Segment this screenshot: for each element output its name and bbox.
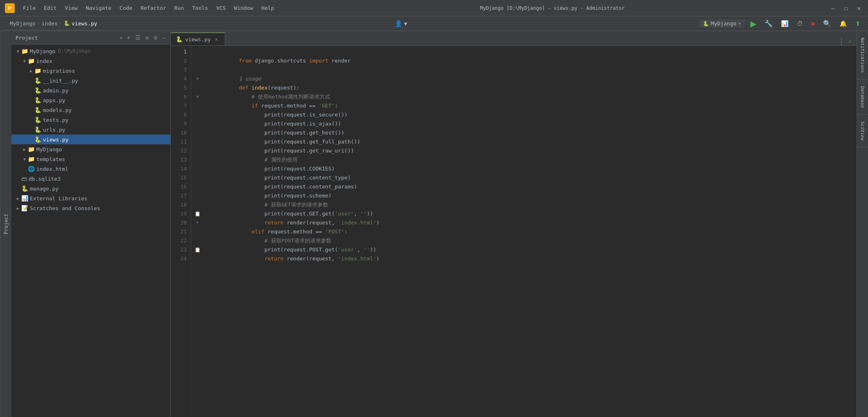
- minimize-button[interactable]: –: [829, 4, 837, 12]
- menu-refactor[interactable]: Refactor: [139, 4, 168, 12]
- right-panels: Notifications Database SciView: [857, 31, 868, 417]
- gutter-16: [191, 182, 204, 191]
- gutter-14: [191, 164, 204, 173]
- tree-item-init[interactable]: 🐍 __init__.py: [11, 76, 170, 85]
- gutter-11: [191, 137, 204, 146]
- html-icon-indexhtml: 🌐: [28, 166, 35, 172]
- sidebar-expand-btn[interactable]: ≡: [145, 34, 150, 42]
- menu-edit[interactable]: Edit: [42, 4, 58, 12]
- sidebar-new-btn[interactable]: +: [126, 34, 131, 42]
- stop-button[interactable]: ■: [809, 19, 817, 28]
- gutter-23: 📋: [191, 245, 204, 254]
- notifications-button[interactable]: 🔔: [837, 19, 850, 28]
- menu-run[interactable]: Run: [173, 4, 186, 12]
- line-num-15: 15: [171, 173, 191, 182]
- menu-vcs[interactable]: VCS: [215, 4, 227, 12]
- project-panel-label[interactable]: Project: [0, 31, 11, 417]
- breadcrumb-views[interactable]: 🐍 views.py: [64, 20, 97, 27]
- arrow-mydjangoroot: ▼: [15, 49, 21, 54]
- line-num-10: 10: [171, 128, 191, 137]
- arrow-scratches: ▶: [15, 206, 21, 211]
- sidebar-minimize-btn[interactable]: –: [161, 34, 166, 42]
- code-content[interactable]: from django.shortcuts import render 1 us…: [204, 46, 857, 417]
- folder-icon-templates: 📁: [28, 156, 35, 162]
- tree-item-index[interactable]: ▼ 📁 index: [11, 56, 170, 66]
- gutter-8: [191, 110, 204, 119]
- notifications-panel-label[interactable]: Notifications: [857, 31, 868, 80]
- menu-code[interactable]: Code: [118, 4, 134, 12]
- line-num-19: 19: [171, 209, 191, 218]
- line-num-13: 13: [171, 155, 191, 164]
- tree-item-models[interactable]: 🐍 models.py: [11, 105, 170, 115]
- code-line-13: print(request.COOKIES): [207, 155, 857, 164]
- line-num-9: 9: [171, 119, 191, 128]
- build-button[interactable]: 🔧: [762, 19, 775, 28]
- update-button[interactable]: ⬆: [853, 19, 863, 28]
- label-managepy: manage.py: [30, 186, 58, 192]
- tree-item-views[interactable]: 🐍 views.py: [11, 135, 170, 144]
- sidebar-collapse-all-btn[interactable]: ☰: [134, 34, 141, 42]
- tree-item-migrations[interactable]: ▶ 📁 migrations: [11, 66, 170, 76]
- arrow-templates: ▼: [21, 157, 28, 161]
- tree-item-extlibs[interactable]: ▶ 📊 External Libraries: [11, 193, 170, 203]
- breadcrumb-index[interactable]: index: [42, 20, 58, 27]
- tree-item-scratches[interactable]: ▶ 📝 Scratches and Consoles: [11, 203, 170, 213]
- line-num-1: 1: [171, 47, 191, 56]
- code-editor[interactable]: 1 2 3 4 5 6 7 8 9 10 11 12 13 14 15 16 1…: [171, 46, 857, 417]
- gutter-19: 📋: [191, 209, 204, 218]
- gutter-20: ▼: [191, 218, 204, 227]
- tab-views[interactable]: 🐍 views.py ✕: [171, 32, 225, 45]
- tree-item-urls[interactable]: 🐍 urls.py: [11, 125, 170, 135]
- database-panel-label[interactable]: Database: [857, 80, 868, 115]
- tree-item-apps[interactable]: 🐍 apps.py: [11, 95, 170, 105]
- run-config-label: MyDjango: [711, 20, 736, 27]
- folder-icon-root: 📁: [21, 48, 28, 54]
- menu-tools[interactable]: Tools: [190, 4, 210, 12]
- label-templates: templates: [36, 156, 65, 162]
- usage-text: 1 usage: [239, 76, 261, 82]
- tab-close-views[interactable]: ✕: [213, 36, 220, 43]
- tree-item-mydjangoapp[interactable]: ▶ 📁 MyDjango: [11, 144, 170, 154]
- search-button[interactable]: 🔍: [821, 19, 834, 28]
- tree-item-templates[interactable]: ▼ 📁 templates: [11, 154, 170, 164]
- gutter-4: ▼: [191, 74, 204, 83]
- tree-item-tests[interactable]: 🐍 tests.py: [11, 115, 170, 125]
- arrow-mydjangoapp: ▶: [21, 147, 28, 152]
- sciview-panel-label[interactable]: SciView: [857, 115, 868, 147]
- profile-button[interactable]: ⏱: [794, 19, 805, 28]
- tree-item-indexhtml[interactable]: 🌐 index.html: [11, 164, 170, 174]
- sidebar-title: Project: [16, 35, 114, 41]
- scratches-icon: 📝: [21, 205, 28, 211]
- menu-window[interactable]: Window: [233, 4, 255, 12]
- run-button[interactable]: ▶: [748, 18, 759, 29]
- user-icon-button[interactable]: 👤 ▾: [392, 19, 410, 28]
- line-num-2: 2: [171, 56, 191, 65]
- gutter-7: [191, 101, 204, 110]
- menu-help[interactable]: Help: [260, 4, 276, 12]
- menu-file[interactable]: File: [21, 4, 37, 12]
- close-button[interactable]: ✕: [855, 4, 863, 12]
- libs-icon: 📊: [21, 195, 28, 202]
- run-config-selector[interactable]: 🐍 MyDjango ▾: [700, 20, 744, 27]
- menu-navigate[interactable]: Navigate: [84, 4, 113, 12]
- tree-item-mydjangoroot[interactable]: ▼ 📁 MyDjango D:\MyDjango: [11, 46, 170, 56]
- menu-bar: File Edit View Navigate Code Refactor Ru…: [21, 4, 276, 12]
- tab-label-views: views.py: [185, 36, 211, 43]
- checkmark-status: ✓: [848, 38, 852, 44]
- tree-item-dbsqlite[interactable]: 🗃 db.sqlite3: [11, 174, 170, 184]
- breadcrumb-sep-1: ›: [37, 20, 40, 26]
- menu-view[interactable]: View: [63, 4, 79, 12]
- code-line-1: from django.shortcuts import render: [207, 47, 857, 56]
- maximize-button[interactable]: ☐: [842, 4, 850, 12]
- label-models: models.py: [43, 107, 72, 113]
- more-tabs-btn[interactable]: ⋮: [838, 37, 845, 45]
- db-icon-sqlite: 🗃: [21, 175, 27, 182]
- sidebar-settings-btn[interactable]: ⚙: [153, 34, 158, 42]
- coverage-button[interactable]: 📊: [779, 19, 791, 28]
- line-num-3: 3: [171, 65, 191, 74]
- gutter-10: [191, 128, 204, 137]
- tree-item-admin[interactable]: 🐍 admin.py: [11, 85, 170, 95]
- breadcrumb-root[interactable]: MyDjango: [10, 20, 36, 27]
- gutter-3: [191, 65, 204, 74]
- tree-item-managepy[interactable]: 🐍 manage.py: [11, 184, 170, 193]
